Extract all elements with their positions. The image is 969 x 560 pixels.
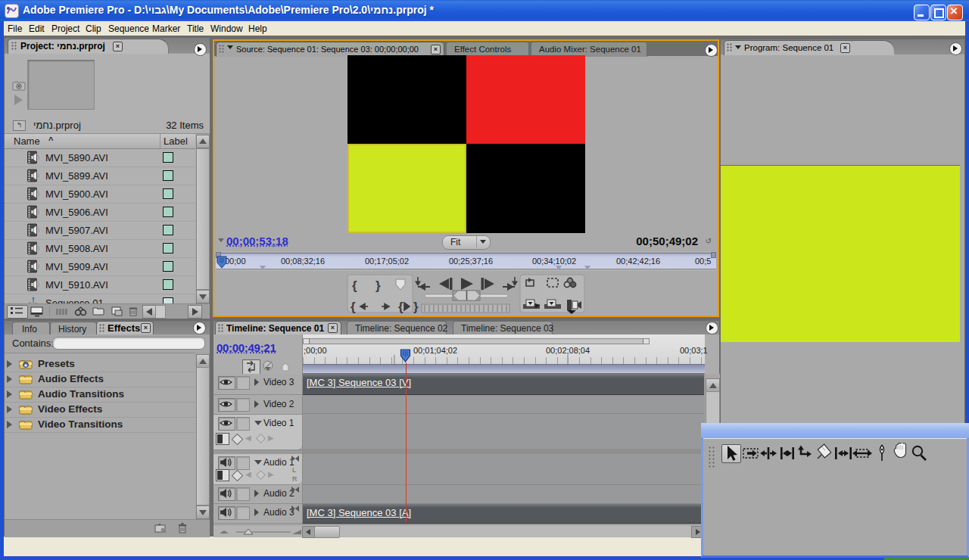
svg-text:★: ★ (23, 362, 28, 368)
svg-text:{: { (398, 300, 403, 314)
svg-text:{: { (351, 300, 356, 314)
svg-text:{: { (352, 278, 357, 293)
svg-text:}: } (375, 278, 381, 293)
svg-text:}: } (413, 300, 419, 314)
